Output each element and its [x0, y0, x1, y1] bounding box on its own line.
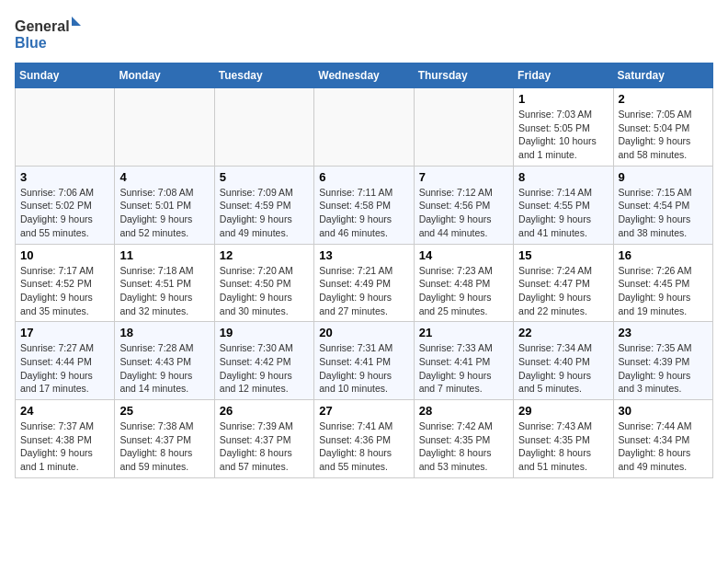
- day-number: 8: [518, 170, 608, 184]
- calendar-cell: 2Sunrise: 7:05 AM Sunset: 5:04 PM Daylig…: [613, 88, 712, 167]
- day-info: Sunrise: 7:12 AM Sunset: 4:56 PM Dayligh…: [419, 186, 508, 240]
- day-number: 12: [220, 248, 309, 262]
- header: GeneralBlue: [15, 15, 713, 52]
- calendar-header-row: SundayMondayTuesdayWednesdayThursdayFrid…: [16, 63, 713, 88]
- calendar-cell: [214, 88, 313, 167]
- day-number: 21: [419, 326, 508, 339]
- calendar-cell: 17Sunrise: 7:27 AM Sunset: 4:44 PM Dayli…: [16, 322, 115, 400]
- day-info: Sunrise: 7:03 AM Sunset: 5:05 PM Dayligh…: [518, 108, 608, 162]
- day-info: Sunrise: 7:42 AM Sunset: 4:35 PM Dayligh…: [419, 419, 508, 474]
- calendar-cell: 26Sunrise: 7:39 AM Sunset: 4:37 PM Dayli…: [214, 400, 313, 478]
- calendar-cell: 21Sunrise: 7:33 AM Sunset: 4:41 PM Dayli…: [414, 322, 513, 400]
- day-info: Sunrise: 7:33 AM Sunset: 4:41 PM Dayligh…: [419, 341, 508, 396]
- calendar-header-tuesday: Tuesday: [214, 63, 313, 88]
- calendar-cell: 1Sunrise: 7:03 AM Sunset: 5:05 PM Daylig…: [514, 88, 613, 167]
- calendar-cell: 10Sunrise: 7:17 AM Sunset: 4:52 PM Dayli…: [16, 244, 115, 322]
- calendar-cell: 15Sunrise: 7:24 AM Sunset: 4:47 PM Dayli…: [514, 244, 613, 322]
- day-info: Sunrise: 7:20 AM Sunset: 4:50 PM Dayligh…: [220, 264, 309, 318]
- calendar-cell: 14Sunrise: 7:23 AM Sunset: 4:48 PM Dayli…: [414, 244, 513, 322]
- calendar-cell: 20Sunrise: 7:31 AM Sunset: 4:41 PM Dayli…: [314, 322, 414, 400]
- day-number: 5: [220, 170, 309, 184]
- day-number: 13: [319, 248, 408, 262]
- day-number: 3: [20, 170, 109, 184]
- calendar-cell: 11Sunrise: 7:18 AM Sunset: 4:51 PM Dayli…: [115, 244, 214, 322]
- day-info: Sunrise: 7:38 AM Sunset: 4:37 PM Dayligh…: [119, 419, 209, 474]
- day-number: 19: [220, 326, 309, 339]
- calendar-week-row: 17Sunrise: 7:27 AM Sunset: 4:44 PM Dayli…: [16, 322, 713, 400]
- day-number: 9: [619, 170, 708, 184]
- day-number: 30: [619, 404, 708, 418]
- calendar-week-row: 3Sunrise: 7:06 AM Sunset: 5:02 PM Daylig…: [16, 166, 713, 244]
- day-number: 25: [119, 404, 209, 418]
- day-number: 23: [619, 326, 708, 339]
- day-info: Sunrise: 7:17 AM Sunset: 4:52 PM Dayligh…: [20, 264, 109, 318]
- calendar-header-monday: Monday: [115, 63, 214, 88]
- day-info: Sunrise: 7:18 AM Sunset: 4:51 PM Dayligh…: [119, 264, 209, 318]
- day-info: Sunrise: 7:26 AM Sunset: 4:45 PM Dayligh…: [619, 264, 708, 318]
- calendar-cell: [314, 88, 414, 167]
- calendar-cell: 24Sunrise: 7:37 AM Sunset: 4:38 PM Dayli…: [16, 400, 115, 478]
- calendar-cell: 18Sunrise: 7:28 AM Sunset: 4:43 PM Dayli…: [115, 322, 214, 400]
- calendar-cell: 28Sunrise: 7:42 AM Sunset: 4:35 PM Dayli…: [414, 400, 513, 478]
- day-info: Sunrise: 7:37 AM Sunset: 4:38 PM Dayligh…: [20, 419, 109, 474]
- calendar-cell: 19Sunrise: 7:30 AM Sunset: 4:42 PM Dayli…: [214, 322, 313, 400]
- day-number: 11: [119, 248, 209, 262]
- day-number: 15: [518, 248, 608, 262]
- day-number: 2: [619, 92, 708, 106]
- day-info: Sunrise: 7:21 AM Sunset: 4:49 PM Dayligh…: [319, 264, 408, 318]
- day-number: 4: [119, 170, 209, 184]
- calendar-cell: 12Sunrise: 7:20 AM Sunset: 4:50 PM Dayli…: [214, 244, 313, 322]
- calendar-header-friday: Friday: [514, 63, 613, 88]
- day-number: 16: [619, 248, 708, 262]
- day-info: Sunrise: 7:06 AM Sunset: 5:02 PM Dayligh…: [20, 186, 109, 240]
- logo-svg: GeneralBlue: [15, 15, 88, 52]
- calendar-cell: 8Sunrise: 7:14 AM Sunset: 4:55 PM Daylig…: [514, 166, 613, 244]
- svg-marker-2: [72, 17, 81, 26]
- day-number: 1: [518, 92, 608, 106]
- calendar-cell: 25Sunrise: 7:38 AM Sunset: 4:37 PM Dayli…: [115, 400, 214, 478]
- day-info: Sunrise: 7:31 AM Sunset: 4:41 PM Dayligh…: [319, 341, 408, 396]
- day-number: 10: [20, 248, 109, 262]
- calendar-cell: [115, 88, 214, 167]
- day-info: Sunrise: 7:24 AM Sunset: 4:47 PM Dayligh…: [518, 264, 608, 318]
- calendar-cell: 30Sunrise: 7:44 AM Sunset: 4:34 PM Dayli…: [613, 400, 712, 478]
- day-number: 29: [518, 404, 608, 418]
- day-number: 22: [518, 326, 608, 339]
- day-info: Sunrise: 7:35 AM Sunset: 4:39 PM Dayligh…: [619, 341, 708, 396]
- svg-text:Blue: Blue: [15, 35, 47, 51]
- day-info: Sunrise: 7:15 AM Sunset: 4:54 PM Dayligh…: [619, 186, 708, 240]
- calendar-cell: 7Sunrise: 7:12 AM Sunset: 4:56 PM Daylig…: [414, 166, 513, 244]
- calendar-cell: [16, 88, 115, 167]
- calendar-cell: 27Sunrise: 7:41 AM Sunset: 4:36 PM Dayli…: [314, 400, 414, 478]
- day-info: Sunrise: 7:34 AM Sunset: 4:40 PM Dayligh…: [518, 341, 608, 396]
- calendar-header-saturday: Saturday: [613, 63, 712, 88]
- day-info: Sunrise: 7:08 AM Sunset: 5:01 PM Dayligh…: [119, 186, 209, 240]
- day-number: 20: [319, 326, 408, 339]
- calendar-week-row: 10Sunrise: 7:17 AM Sunset: 4:52 PM Dayli…: [16, 244, 713, 322]
- calendar-cell: 23Sunrise: 7:35 AM Sunset: 4:39 PM Dayli…: [613, 322, 712, 400]
- calendar-cell: 6Sunrise: 7:11 AM Sunset: 4:58 PM Daylig…: [314, 166, 414, 244]
- calendar-cell: 29Sunrise: 7:43 AM Sunset: 4:35 PM Dayli…: [514, 400, 613, 478]
- calendar-cell: [414, 88, 513, 167]
- calendar-cell: 13Sunrise: 7:21 AM Sunset: 4:49 PM Dayli…: [314, 244, 414, 322]
- calendar-header-thursday: Thursday: [414, 63, 513, 88]
- day-number: 28: [419, 404, 508, 418]
- calendar-cell: 9Sunrise: 7:15 AM Sunset: 4:54 PM Daylig…: [613, 166, 712, 244]
- day-info: Sunrise: 7:11 AM Sunset: 4:58 PM Dayligh…: [319, 186, 408, 240]
- day-info: Sunrise: 7:27 AM Sunset: 4:44 PM Dayligh…: [20, 341, 109, 396]
- day-number: 7: [419, 170, 508, 184]
- day-info: Sunrise: 7:41 AM Sunset: 4:36 PM Dayligh…: [319, 419, 408, 474]
- day-number: 18: [119, 326, 209, 339]
- day-number: 24: [20, 404, 109, 418]
- day-number: 27: [319, 404, 408, 418]
- calendar-cell: 5Sunrise: 7:09 AM Sunset: 4:59 PM Daylig…: [214, 166, 313, 244]
- calendar-cell: 22Sunrise: 7:34 AM Sunset: 4:40 PM Dayli…: [514, 322, 613, 400]
- calendar-cell: 4Sunrise: 7:08 AM Sunset: 5:01 PM Daylig…: [115, 166, 214, 244]
- day-info: Sunrise: 7:05 AM Sunset: 5:04 PM Dayligh…: [619, 108, 708, 162]
- calendar: SundayMondayTuesdayWednesdayThursdayFrid…: [15, 63, 713, 478]
- day-info: Sunrise: 7:44 AM Sunset: 4:34 PM Dayligh…: [619, 419, 708, 474]
- calendar-cell: 3Sunrise: 7:06 AM Sunset: 5:02 PM Daylig…: [16, 166, 115, 244]
- calendar-header-wednesday: Wednesday: [314, 63, 414, 88]
- day-info: Sunrise: 7:30 AM Sunset: 4:42 PM Dayligh…: [220, 341, 309, 396]
- calendar-header-sunday: Sunday: [16, 63, 115, 88]
